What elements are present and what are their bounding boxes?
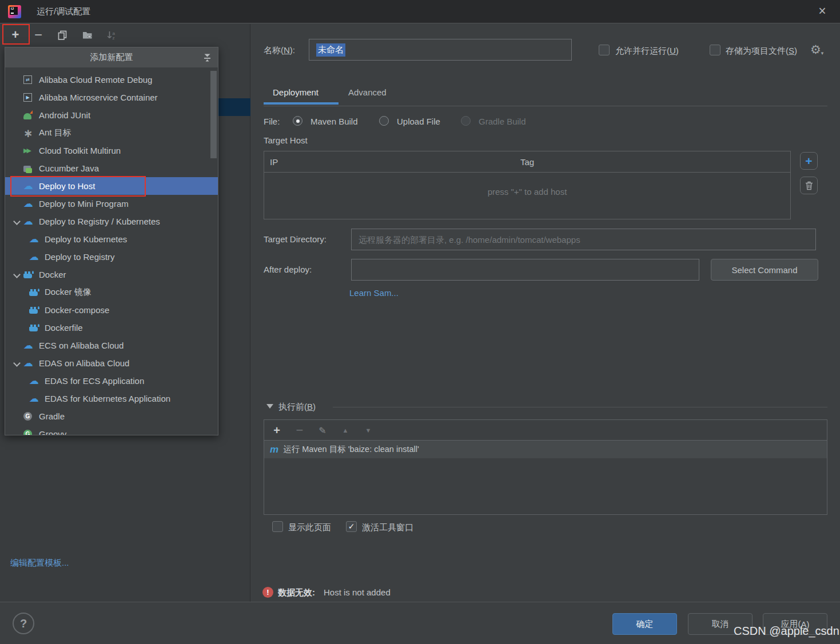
name-field-label: 名称(N): — [264, 45, 295, 56]
cucumber-icon — [23, 163, 35, 174]
collapse-all-icon[interactable] — [203, 53, 212, 62]
before-launch-label: 执行前(B) — [278, 402, 316, 413]
android-icon — [23, 110, 35, 121]
chevron-down-icon[interactable] — [12, 270, 23, 279]
config-type-docker[interactable]: Docker — [5, 266, 218, 283]
config-type-label: EDAS on Alibaba Cloud — [39, 358, 129, 368]
edit-task-icon[interactable]: ✎ — [316, 423, 329, 437]
config-type-docker-镜像[interactable]: Docker 镜像 — [5, 283, 218, 301]
background-selected-row — [218, 98, 250, 116]
config-type-android-junit[interactable]: Android JUnit — [5, 106, 218, 124]
config-type-label: Alibaba Cloud Remote Debug — [39, 75, 152, 85]
file-label: File: — [264, 117, 280, 126]
cloud-icon: ☁ — [23, 341, 35, 351]
config-type-label: Gradle — [39, 411, 65, 421]
remove-task-icon[interactable]: − — [293, 423, 306, 437]
copy-configuration-icon[interactable] — [55, 28, 70, 42]
config-type-label: Android JUnit — [39, 110, 90, 120]
config-type-cloud-toolkit-multirun[interactable]: ▶▶Cloud Toolkit Multirun — [5, 142, 218, 159]
ok-button[interactable]: 确定 — [612, 613, 677, 635]
host-table[interactable]: IP Tag press "+" to add host — [264, 151, 791, 219]
add-configuration-button[interactable]: + — [8, 28, 23, 42]
tab-deployment[interactable]: Deployment — [273, 87, 319, 97]
column-header-tag: Tag — [264, 157, 790, 167]
task-label: 运行 Maven 目标 'baize: clean install' — [283, 444, 419, 455]
chevron-placeholder — [12, 93, 23, 102]
show-this-page-checkbox[interactable] — [272, 521, 283, 532]
ant-icon: ∗ — [23, 128, 35, 138]
gear-icon[interactable]: ⚙▾ — [810, 43, 823, 57]
after-deploy-label: After deploy: — [264, 265, 312, 274]
target-directory-input[interactable] — [351, 229, 816, 250]
add-host-button[interactable]: + — [800, 152, 818, 170]
upload-file-radio[interactable] — [379, 116, 389, 126]
config-type-ant-目标[interactable]: ∗Ant 目标 — [5, 124, 218, 142]
config-type-edas-for-kubernetes-application[interactable]: ☁EDAS for Kubernetes Application — [5, 390, 218, 407]
delete-host-button[interactable] — [800, 177, 818, 194]
host-table-placeholder: press "+" to add host — [264, 187, 790, 197]
config-type-dockerfile[interactable]: Dockerfile — [5, 319, 218, 337]
config-type-alibaba-microservice-container[interactable]: ▶Alibaba Microservice Container — [5, 89, 218, 106]
chevron-placeholder — [12, 75, 23, 85]
tab-advanced[interactable]: Advanced — [348, 87, 387, 97]
config-type-label: EDAS for ECS Application — [45, 376, 144, 386]
popup-title: 添加新配置 — [90, 52, 133, 63]
before-launch-task-row[interactable]: m运行 Maven 目标 'baize: clean install' — [264, 441, 827, 458]
activate-tool-window-label: 激活工具窗口 — [362, 522, 413, 533]
chevron-placeholder — [12, 182, 23, 191]
add-task-icon[interactable]: + — [270, 423, 284, 437]
learn-sample-link[interactable]: Learn Sam... — [349, 288, 399, 298]
after-deploy-input[interactable] — [351, 259, 699, 281]
config-type-docker-compose[interactable]: Docker-compose — [5, 301, 218, 319]
config-type-label: Dockerfile — [45, 323, 83, 333]
before-launch-collapse-icon[interactable] — [266, 404, 273, 409]
config-type-deploy-to-mini-program[interactable]: ☁Deploy to Mini Program — [5, 195, 218, 213]
popup-header: 添加新配置 — [5, 47, 218, 67]
move-up-icon[interactable]: ▲ — [339, 423, 352, 437]
config-type-label: Docker — [39, 270, 66, 279]
new-folder-icon[interactable] — [79, 28, 95, 42]
cloud-icon: ☁ — [29, 234, 41, 245]
config-type-alibaba-cloud-remote-debug[interactable]: ⇄Alibaba Cloud Remote Debug — [5, 71, 218, 89]
remove-configuration-button[interactable]: − — [31, 28, 46, 42]
cloud-icon: ☁ — [29, 376, 41, 386]
target-host-label: Target Host — [264, 135, 308, 145]
config-type-cucumber-java[interactable]: Cucumber Java — [5, 159, 218, 177]
chevron-down-icon[interactable] — [12, 359, 23, 368]
store-as-project-file-checkbox[interactable] — [710, 45, 720, 55]
maven-build-radio[interactable] — [293, 116, 302, 126]
before-launch-task-list: m运行 Maven 目标 'baize: clean install' — [264, 441, 827, 458]
config-type-label: Docker-compose — [45, 305, 109, 315]
maven-build-label[interactable]: Maven Build — [310, 117, 358, 126]
sort-alphabetically-icon[interactable]: az — [103, 28, 120, 42]
config-type-deploy-to-host[interactable]: ☁Deploy to Host — [5, 177, 218, 195]
name-input[interactable]: 未命名 — [309, 39, 572, 61]
config-type-label: Deploy to Registry / Kubernetes — [39, 217, 160, 226]
config-type-deploy-to-kubernetes[interactable]: ☁Deploy to Kubernetes — [5, 230, 218, 248]
config-type-ecs-on-alibaba-cloud[interactable]: ☁ECS on Alibaba Cloud — [5, 337, 218, 354]
active-tab-underline — [264, 102, 339, 105]
select-command-button[interactable]: Select Command — [711, 259, 818, 281]
edit-configuration-templates-link[interactable]: 编辑配置模板... — [10, 558, 69, 569]
config-type-groovy[interactable]: GGroovy — [5, 425, 218, 435]
activate-tool-window-checkbox[interactable]: ✓ — [346, 521, 357, 532]
cloud-icon: ☁ — [29, 252, 41, 262]
config-type-deploy-to-registry-kubernetes[interactable]: ☁Deploy to Registry / Kubernetes — [5, 213, 218, 230]
gradle-build-radio[interactable] — [461, 116, 471, 126]
chevron-placeholder — [18, 306, 29, 315]
config-type-edas-on-alibaba-cloud[interactable]: ☁EDAS on Alibaba Cloud — [5, 354, 218, 372]
config-type-label: Deploy to Kubernetes — [45, 234, 127, 244]
upload-file-label[interactable]: Upload File — [397, 117, 440, 126]
popup-scrollbar[interactable] — [210, 71, 217, 158]
config-type-edas-for-ecs-application[interactable]: ☁EDAS for ECS Application — [5, 372, 218, 390]
close-icon[interactable]: × — [814, 3, 831, 20]
move-down-icon[interactable]: ▼ — [361, 423, 375, 437]
allow-parallel-run-checkbox[interactable] — [599, 45, 610, 55]
config-type-gradle[interactable]: GGradle — [5, 407, 218, 425]
help-button[interactable]: ? — [13, 613, 34, 634]
chevron-down-icon[interactable] — [12, 217, 23, 226]
cloud-icon: ☁ — [23, 217, 35, 227]
chevron-placeholder — [18, 288, 29, 297]
cloud-icon: ☁ — [23, 181, 35, 191]
config-type-deploy-to-registry[interactable]: ☁Deploy to Registry — [5, 248, 218, 266]
